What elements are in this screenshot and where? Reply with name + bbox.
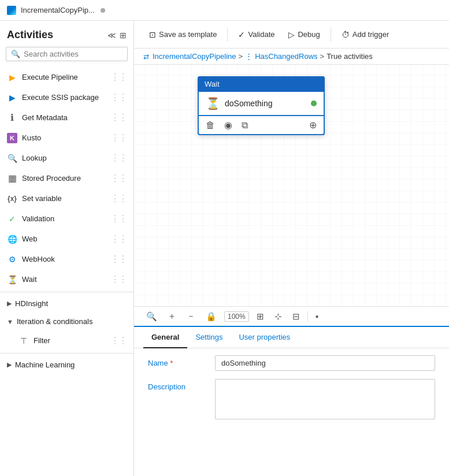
activity-label: Validation [22,214,54,223]
sidebar-item-hdinsight[interactable]: ▶ HDInsight [0,295,133,313]
description-input[interactable] [215,379,435,419]
title-bar-text: IncrementalCopyPip... [21,6,95,14]
breadcrumb-sep: > [320,52,325,61]
activity-label: WebHook [22,255,55,263]
tab-settings-label: Settings [195,333,222,341]
drag-handle[interactable]: ⋮⋮ [110,72,127,83]
debug-label: Debug [298,30,320,39]
name-label: Name * [148,355,206,367]
zoom-out-button[interactable]: － [184,309,198,323]
list-item[interactable]: K Kusto ⋮⋮ [0,128,133,148]
section-label: HDInsight [15,299,48,308]
list-item[interactable]: {x} Set variable ⋮⋮ [0,188,133,209]
breadcrumb-activity[interactable]: HasChangedRows [255,52,317,61]
list-item[interactable]: 🌐 Web ⋮⋮ [0,229,133,249]
breadcrumb-pipeline[interactable]: IncrementalCopyPipeline [153,52,236,61]
node-connect-button[interactable]: ⊕ [307,118,319,132]
toolbar: ⊡ Save as template ✓ Validate ▷ Debug ⏱ … [134,21,449,49]
zoom-level: 100% [224,311,249,322]
tab-general[interactable]: General [143,327,187,348]
drag-handle[interactable]: ⋮⋮ [110,274,127,285]
webhook-icon: ⚙ [7,254,17,265]
search-input[interactable] [24,50,123,58]
activity-label: Web [22,235,38,243]
list-item[interactable]: ▶ Execute SSIS package ⋮⋮ [0,87,133,107]
get-metadata-icon: ℹ [7,113,17,123]
execute-pipeline-icon: ▶ [7,72,17,83]
list-item[interactable]: ✓ Validation ⋮⋮ [0,209,133,229]
list-item[interactable]: ⏳ Wait ⋮⋮ [0,269,133,289]
validate-icon: ✓ [238,30,245,39]
lookup-icon: 🔍 [7,153,17,163]
list-item[interactable]: 🔍 Lookup ⋮⋮ [0,148,133,168]
tab-user-properties[interactable]: User properties [231,327,298,348]
node-param-button[interactable]: ◉ [222,118,235,132]
drag-handle[interactable]: ⋮⋮ [110,173,127,184]
list-item[interactable]: ▶ Execute Pipeline ⋮⋮ [0,67,133,87]
wait-icon: ⏳ [7,274,17,285]
drag-handle[interactable]: ⋮⋮ [110,112,127,123]
breadcrumb-sep: > [239,52,243,61]
activity-label: Wait [22,275,37,284]
add-trigger-button[interactable]: ⏱ Add trigger [336,27,395,42]
app-icon [7,6,16,15]
tab-settings[interactable]: Settings [187,327,231,348]
set-variable-icon: {x} [7,194,17,204]
list-item[interactable]: ⚙ WebHook ⋮⋮ [0,249,133,269]
sidebar-header-icons: ≪ ⊞ [107,31,127,40]
more-button[interactable]: ▪ [313,310,321,323]
drag-handle[interactable]: ⋮⋮ [110,213,127,224]
tab-user-properties-label: User properties [239,333,290,341]
drag-handle[interactable]: ⋮⋮ [110,254,127,265]
debug-button[interactable]: ▷ Debug [283,27,325,42]
save-template-icon: ⊡ [149,30,156,39]
activity-label: Filter [34,336,50,345]
activity-node[interactable]: Wait ⏳ doSomething 🗑 ◉ ⧉ ⊕ [198,76,325,135]
breadcrumb: ⇄ IncrementalCopyPipeline > ⋮ HasChanged… [134,49,449,65]
pipeline-icon: ⇄ [143,53,149,61]
breadcrumb-current: True activities [326,52,373,61]
canvas-area[interactable]: Wait ⏳ doSomething 🗑 ◉ ⧉ ⊕ [134,65,449,306]
node-copy-button[interactable]: ⧉ [239,119,250,132]
drag-handle[interactable]: ⋮⋮ [110,335,127,346]
canvas-toolbar: 🔍 ＋ － 🔒 100% ⊞ ⊹ ⊟ ▪ [134,306,449,326]
sidebar: Activities ≪ ⊞ 🔍 ▶ Execute Pipeline ⋮⋮ ▶ [0,21,134,476]
activity-label: Execute SSIS package [22,93,99,102]
activity-list: ▶ Execute Pipeline ⋮⋮ ▶ Execute SSIS pac… [0,67,133,476]
activity-label: Set variable [22,194,62,203]
kusto-icon: K [7,133,17,143]
save-as-template-button[interactable]: ⊡ Save as template [143,27,222,42]
drag-handle[interactable]: ⋮⋮ [110,132,127,143]
name-row: Name * [148,355,435,371]
node-header-label: Wait [205,80,220,88]
validate-button[interactable]: ✓ Validate [232,27,280,42]
list-item[interactable]: ℹ Get Metadata ⋮⋮ [0,107,133,128]
select-tool-button[interactable]: ⊹ [272,310,285,323]
drag-handle[interactable]: ⋮⋮ [110,92,127,103]
filter-icon[interactable]: ⊞ [120,31,127,40]
drag-handle[interactable]: ⋮⋮ [110,193,127,204]
list-item[interactable]: ⊤ Filter ⋮⋮ [0,330,133,351]
collapse-icon[interactable]: ≪ [107,31,116,40]
chevron-right-icon: ▶ [7,361,12,369]
description-row: Description [148,379,435,419]
search-canvas-button[interactable]: 🔍 [143,310,160,323]
zoom-in-button[interactable]: ＋ [165,309,179,323]
sidebar-item-machine-learning[interactable]: ▶ Machine Learning [0,356,133,374]
sidebar-item-iteration[interactable]: ▼ Iteration & conditionals [0,313,133,330]
web-icon: 🌐 [7,234,17,244]
fit-view-button[interactable]: ⊞ [254,310,267,323]
node-activity-name: doSomething [225,99,273,108]
node-actions: 🗑 ◉ ⧉ ⊕ [198,116,325,135]
node-delete-button[interactable]: 🗑 [203,119,217,132]
tab-general-label: General [151,333,179,341]
validation-icon: ✓ [7,214,17,224]
layout-button[interactable]: ⊟ [290,310,303,323]
name-input[interactable] [215,355,435,371]
drag-handle[interactable]: ⋮⋮ [110,233,127,244]
search-icon: 🔍 [11,50,20,58]
lock-button[interactable]: 🔒 [203,310,220,323]
list-item[interactable]: ▦ Stored Procedure ⋮⋮ [0,168,133,188]
drag-handle[interactable]: ⋮⋮ [110,153,127,163]
node-activity-icon: ⏳ [206,96,220,110]
